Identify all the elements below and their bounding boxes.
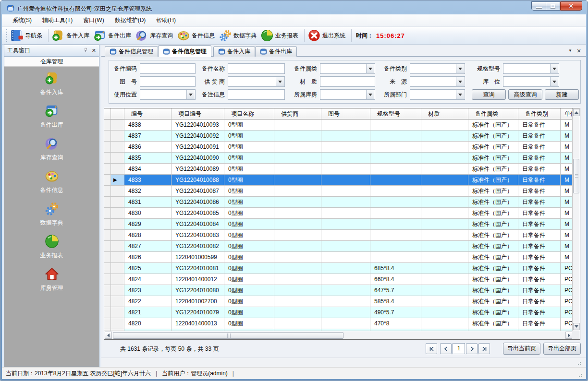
table-row[interactable]: 4830YG122040100850型圈标准件（国产）日常备件M	[104, 208, 573, 219]
form-field-input-r1c2[interactable]	[320, 76, 375, 87]
row-indicator[interactable]	[111, 153, 124, 164]
query-button[interactable]: 查询	[472, 89, 506, 100]
toolbar-button-0[interactable]: 导航条	[10, 28, 43, 43]
toolbar-button-6[interactable]: 业务报表	[260, 28, 299, 43]
form-field-select-r0c3[interactable]	[410, 63, 465, 74]
dropdown-button[interactable]	[456, 64, 464, 73]
table-row[interactable]: 4836YG122040100910型圈标准件（国产）日常备件M	[104, 142, 573, 153]
row-indicator[interactable]	[111, 230, 124, 241]
row-indicator[interactable]: ▶	[111, 175, 124, 186]
row-indicator[interactable]	[111, 142, 124, 153]
menu-item-4[interactable]: 帮助(H)	[152, 14, 180, 26]
row-indicator[interactable]	[111, 186, 124, 197]
column-header-id[interactable]: 编号	[124, 108, 172, 119]
sidebar-item-2[interactable]: 库存查询	[4, 136, 99, 162]
row-selector[interactable]	[104, 131, 111, 142]
advanced-query-button[interactable]: 高级查询	[508, 89, 542, 100]
table-row[interactable]: 4828YG122040100830型圈标准件（国产）日常备件M	[104, 230, 573, 241]
form-field-select-r1c3[interactable]	[410, 76, 465, 87]
column-header-project-name[interactable]: 项目名称	[224, 108, 274, 119]
export-current-page-button[interactable]: 导出当前页	[503, 343, 540, 355]
prev-page-button[interactable]	[440, 343, 452, 354]
row-indicator[interactable]	[111, 274, 124, 285]
form-field-input-r0c0[interactable]	[140, 63, 196, 74]
dropdown-button[interactable]	[456, 77, 464, 86]
table-row[interactable]: 4831YG122040100860型圈标准件（国产）日常备件M	[104, 197, 573, 208]
column-header-material[interactable]: 材质	[421, 108, 468, 119]
toolbar-button-2[interactable]: 备件出库	[93, 28, 132, 43]
row-indicator[interactable]	[111, 219, 124, 230]
tab-close-icon[interactable]: ✕	[576, 48, 582, 54]
column-header-category[interactable]: 备件属类	[468, 108, 518, 119]
form-field-input-r2c1[interactable]	[228, 89, 285, 100]
row-selector[interactable]	[104, 296, 111, 307]
minimize-button[interactable]	[531, 1, 546, 11]
form-field-select-r2c0[interactable]	[140, 89, 196, 100]
table-row[interactable]: 4823YG122040100800型圈647*5.7标准件（国产）日常备件PC	[104, 285, 573, 296]
sidebar-item-1[interactable]: 备件出库	[4, 103, 99, 129]
sidebar-item-3[interactable]: 备件信息	[4, 168, 99, 194]
form-field-select-r1c1[interactable]	[228, 76, 285, 87]
row-indicator[interactable]	[111, 241, 124, 252]
row-selector[interactable]	[104, 197, 111, 208]
dropdown-button[interactable]	[550, 77, 558, 86]
table-row[interactable]: 4837YG122040100920型圈标准件（国产）日常备件M	[104, 131, 573, 142]
row-selector[interactable]	[104, 252, 111, 263]
form-field-select-r2c2[interactable]	[320, 89, 375, 100]
row-selector[interactable]	[104, 153, 111, 164]
vertical-scrollbar[interactable]	[572, 108, 580, 331]
dropdown-button[interactable]	[186, 90, 195, 99]
row-indicator[interactable]	[111, 263, 124, 274]
column-header-type[interactable]: 备件类别	[518, 108, 561, 119]
row-indicator[interactable]	[111, 318, 124, 329]
row-selector[interactable]	[104, 219, 111, 230]
column-header-unit[interactable]: 单位	[561, 108, 573, 119]
row-selector[interactable]	[104, 318, 111, 329]
form-field-select-r0c2[interactable]	[320, 63, 375, 74]
column-header-spec[interactable]: 规格型号	[370, 108, 421, 119]
page-number-input[interactable]: 1	[453, 343, 465, 354]
scroll-right-button[interactable]	[565, 332, 573, 339]
vertical-scroll-thumb[interactable]	[573, 159, 579, 193]
dropdown-button[interactable]	[276, 77, 284, 86]
tab-2[interactable]: 备件入库	[213, 46, 255, 57]
pin-icon[interactable]	[83, 47, 89, 55]
row-indicator[interactable]	[111, 296, 124, 307]
row-indicator[interactable]	[111, 285, 124, 296]
sidebar-item-6[interactable]: 库房管理	[4, 266, 99, 292]
first-page-button[interactable]	[426, 343, 437, 354]
table-row[interactable]: 4825YG122040100810型圈685*8.4标准件（国产）日常备件PC	[104, 263, 573, 274]
table-row[interactable]: 4829YG122040100840型圈标准件（国产）日常备件M	[104, 219, 573, 230]
row-selector[interactable]	[104, 230, 111, 241]
menu-item-1[interactable]: 辅助工具(T)	[38, 14, 76, 26]
row-selector[interactable]	[104, 274, 111, 285]
row-indicator[interactable]	[111, 164, 124, 175]
menu-item-3[interactable]: 数据维护(D)	[111, 14, 150, 26]
dropdown-button[interactable]	[550, 64, 558, 73]
table-row[interactable]: 482212204010027000型圈585*8.4标准件（国产）日常备件PC	[104, 296, 573, 307]
row-indicator[interactable]	[111, 119, 124, 131]
sidebar-item-5[interactable]: 业务报表	[4, 234, 99, 260]
last-page-button[interactable]	[478, 343, 490, 354]
toolbar-button-5[interactable]: 数据字典	[218, 28, 257, 43]
column-header-figure-no[interactable]: 图号	[321, 108, 370, 119]
row-selector[interactable]	[104, 142, 111, 153]
column-header-supplier[interactable]: 供货商	[274, 108, 321, 119]
form-field-select-r0c4[interactable]	[503, 63, 559, 74]
toolbar-button-7[interactable]: 退出系统	[307, 28, 346, 43]
table-row[interactable]: 482012204014000130型圈470*8标准件（国产）日常备件PC	[104, 318, 573, 329]
table-row[interactable]: 4834YG122040100890型圈标准件（国产）日常备件M	[104, 164, 573, 175]
menu-item-2[interactable]: 窗口(W)	[79, 14, 108, 26]
dropdown-button[interactable]	[456, 90, 464, 99]
row-selector[interactable]	[104, 175, 111, 186]
table-row[interactable]: 4835YG122040100900型圈标准件（国产）日常备件M	[104, 153, 573, 164]
row-selector[interactable]	[104, 208, 111, 219]
form-field-input-r1c0[interactable]	[140, 76, 196, 87]
form-field-input-r0c1[interactable]	[228, 63, 285, 74]
row-selector[interactable]	[104, 119, 111, 131]
table-row[interactable]: 4827YG122040100820型圈标准件（国产）日常备件M	[104, 241, 573, 252]
close-button[interactable]: ✕	[560, 1, 582, 11]
toolbar-button-1[interactable]: 备件入库	[51, 28, 90, 43]
row-selector[interactable]	[104, 307, 111, 318]
row-indicator[interactable]	[111, 252, 124, 263]
